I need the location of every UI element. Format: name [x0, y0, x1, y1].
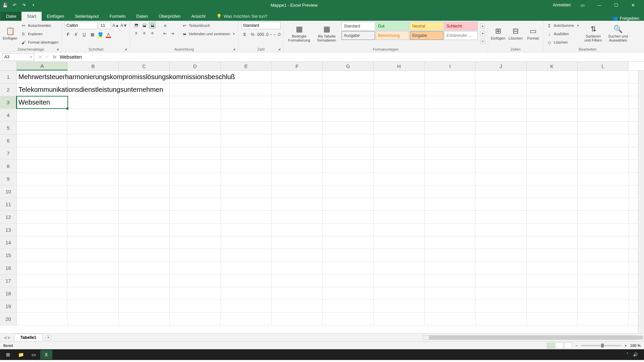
- cell-B16[interactable]: [68, 262, 119, 274]
- cell-D5[interactable]: [170, 122, 221, 134]
- cell-G1[interactable]: [323, 71, 374, 83]
- tab-ueberpruefen[interactable]: Überprüfen: [153, 12, 186, 21]
- cell-A1[interactable]: Mehrwertsteuerharmonierungskompromisslös…: [17, 71, 68, 83]
- cell-D6[interactable]: [170, 134, 221, 147]
- cell-H1[interactable]: [374, 71, 425, 83]
- view-page-layout-button[interactable]: [555, 343, 564, 349]
- cell-F19[interactable]: [272, 300, 323, 312]
- cell-F17[interactable]: [272, 275, 323, 287]
- row-header-15[interactable]: 15: [0, 249, 17, 261]
- dialog-launcher-clipboard[interactable]: ◢: [56, 47, 60, 51]
- cell-F15[interactable]: [272, 249, 323, 261]
- cell-H20[interactable]: [374, 313, 425, 325]
- col-header-D[interactable]: D: [170, 62, 221, 70]
- cell-K13[interactable]: [527, 224, 578, 236]
- cell-J15[interactable]: [476, 249, 527, 261]
- cell-G10[interactable]: [323, 185, 374, 198]
- view-normal-button[interactable]: [547, 343, 555, 349]
- col-header-J[interactable]: J: [476, 62, 527, 70]
- cell-I18[interactable]: [425, 287, 476, 300]
- tab-formeln[interactable]: Formeln: [104, 12, 131, 21]
- cell-F4[interactable]: [272, 109, 323, 121]
- cell-L6[interactable]: [578, 134, 629, 147]
- cell-E6[interactable]: [221, 134, 272, 147]
- cell-E16[interactable]: [221, 262, 272, 274]
- cell-G13[interactable]: [323, 224, 374, 236]
- cell-B12[interactable]: [68, 211, 119, 223]
- tell-me[interactable]: 💡 Was möchten Sie tun?: [211, 12, 273, 21]
- cell-A10[interactable]: [17, 185, 68, 198]
- cell-I1[interactable]: [425, 71, 476, 83]
- cell-L14[interactable]: [578, 236, 629, 249]
- zoom-out-button[interactable]: −: [576, 344, 578, 348]
- cell-H12[interactable]: [374, 211, 425, 223]
- cell-J12[interactable]: [476, 211, 527, 223]
- cell-C18[interactable]: [119, 287, 170, 300]
- tray-chevron-icon[interactable]: ˄: [626, 352, 628, 357]
- cell-J2[interactable]: [476, 83, 527, 96]
- cell-K14[interactable]: [527, 236, 578, 249]
- cell-styles-gallery[interactable]: Standard Gut Neutral Schlecht Ausgabe Be…: [341, 22, 478, 45]
- cell-G6[interactable]: [323, 134, 374, 147]
- cell-B20[interactable]: [68, 313, 119, 325]
- cell-F5[interactable]: [272, 122, 323, 134]
- cell-K9[interactable]: [527, 173, 578, 185]
- cell-H17[interactable]: [374, 275, 425, 287]
- cell-I19[interactable]: [425, 300, 476, 312]
- name-box[interactable]: A3 ▾: [2, 53, 34, 61]
- col-header-F[interactable]: F: [272, 62, 323, 70]
- row-header-10[interactable]: 10: [0, 185, 17, 198]
- cell-L11[interactable]: [578, 198, 629, 210]
- cell-L18[interactable]: [578, 287, 629, 300]
- cell-K18[interactable]: [527, 287, 578, 300]
- cell-E2[interactable]: [221, 83, 272, 96]
- cell-A20[interactable]: [17, 313, 68, 325]
- decrease-indent-button[interactable]: ⇤: [162, 30, 168, 37]
- cell-H7[interactable]: [374, 147, 425, 160]
- cell-C19[interactable]: [119, 300, 170, 312]
- cell-H4[interactable]: [374, 109, 425, 121]
- cell-F1[interactable]: [272, 71, 323, 83]
- cell-J17[interactable]: [476, 275, 527, 287]
- cell-I4[interactable]: [425, 109, 476, 121]
- cell-G7[interactable]: [323, 147, 374, 160]
- view-page-break-button[interactable]: [564, 343, 572, 349]
- row-header-7[interactable]: 7: [0, 147, 17, 160]
- cell-L3[interactable]: [578, 96, 629, 109]
- dialog-launcher-number[interactable]: ◢: [278, 47, 282, 51]
- cell-I11[interactable]: [425, 198, 476, 210]
- cell-B18[interactable]: [68, 287, 119, 300]
- cell-A11[interactable]: [17, 198, 68, 210]
- delete-cells-button[interactable]: ⊟Löschen: [508, 22, 523, 45]
- cell-K12[interactable]: [527, 211, 578, 223]
- cell-H2[interactable]: [374, 83, 425, 96]
- cell-H3[interactable]: [374, 96, 425, 109]
- cell-E15[interactable]: [221, 249, 272, 261]
- dialog-launcher-font[interactable]: ◢: [124, 47, 128, 51]
- cell-D8[interactable]: [170, 160, 221, 172]
- copy-button[interactable]: ⎘Kopieren: [20, 30, 59, 38]
- cell-L9[interactable]: [578, 173, 629, 185]
- undo-icon[interactable]: ↶: [12, 3, 17, 7]
- cell-L1[interactable]: [578, 71, 629, 83]
- align-center-button[interactable]: ≡: [141, 30, 148, 37]
- cell-A8[interactable]: [17, 160, 68, 172]
- cell-J20[interactable]: [476, 313, 527, 325]
- sheet-tab-tabelle1[interactable]: Tabelle1: [14, 334, 43, 341]
- cell-A4[interactable]: [17, 109, 68, 121]
- cell-A18[interactable]: [17, 287, 68, 300]
- cell-C7[interactable]: [119, 147, 170, 160]
- cell-B6[interactable]: [68, 134, 119, 147]
- cell-L16[interactable]: [578, 262, 629, 274]
- col-header-C[interactable]: C: [119, 62, 170, 70]
- cell-I8[interactable]: [425, 160, 476, 172]
- cell-G3[interactable]: [323, 96, 374, 109]
- minimize-button[interactable]: —: [594, 3, 604, 8]
- cell-E8[interactable]: [221, 160, 272, 172]
- cell-I14[interactable]: [425, 236, 476, 249]
- row-header-11[interactable]: 11: [0, 198, 17, 210]
- cell-D3[interactable]: [170, 96, 221, 109]
- italic-button[interactable]: K: [73, 31, 79, 38]
- row-header-17[interactable]: 17: [0, 275, 17, 287]
- cell-K6[interactable]: [527, 134, 578, 147]
